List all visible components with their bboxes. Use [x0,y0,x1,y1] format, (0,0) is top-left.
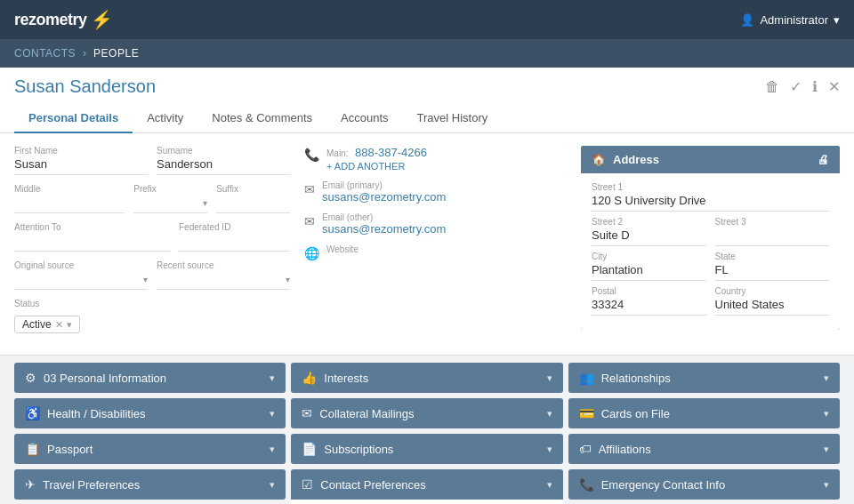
middle-row: Middle Prefix ▾ Suffix [14,184,290,222]
collateral-label: Collateral Mailings [319,407,414,420]
status-chevron[interactable]: ▾ [67,319,72,331]
accordion-affiliations: 🏷 Affiliations ▾ [568,434,840,464]
accordion-interests: 👍 Interests ▾ [291,363,562,393]
email-other-value[interactable]: susans@rezometry.com [322,222,446,236]
tab-travel-history[interactable]: Travel History [403,104,503,133]
email-primary-info: Email (primary) susans@rezometry.com [322,180,446,204]
accordion-health-header[interactable]: ♿ Health / Disabilities ▾ [14,398,286,428]
street3-value[interactable] [715,228,830,246]
breadcrumb-contacts[interactable]: CONTACTS [14,47,76,60]
accordion-collateral-header[interactable]: ✉ Collateral Mailings ▾ [291,398,562,428]
accordion-travel-prefs-header[interactable]: ✈ Travel Preferences ▾ [14,469,286,500]
accordion-emergency: 📞 Emergency Contact Info ▾ [568,469,840,500]
accordion-emergency-header[interactable]: 📞 Emergency Contact Info ▾ [568,469,840,500]
street3-field: Street 3 [715,217,830,246]
personal-info-chevron: ▾ [270,372,275,384]
state-label: State [715,252,830,261]
add-another-button[interactable]: + ADD ANOTHER [326,161,427,172]
user-menu[interactable]: 👤 Administrator ▾ [740,13,840,27]
page-content: Susan Sanderson 🗑 ✓ ℹ ✕ Personal Details… [0,68,854,504]
street3-label: Street 3 [715,217,830,227]
original-source-value[interactable]: ▾ [14,272,148,290]
status-clear[interactable]: ✕ [55,319,63,331]
emergency-label: Emergency Contact Info [601,478,725,492]
status-badge[interactable]: Active ✕ ▾ [14,316,80,333]
accordion-cards-header[interactable]: 💳 Cards on File ▾ [568,398,840,428]
country-field: Country United States [715,286,830,316]
accordion-personal-info-header[interactable]: ⚙ 03 Personal Information ▾ [14,363,286,393]
accordion-health: ♿ Health / Disabilities ▾ [14,398,286,428]
confirm-icon[interactable]: ✓ [790,78,802,95]
website-value[interactable] [326,254,359,268]
info-icon[interactable]: ℹ [812,78,818,95]
top-navigation: rezometry ⚡ 👤 Administrator ▾ [0,0,854,39]
accordion-contact-prefs-header[interactable]: ☑ Contact Preferences ▾ [291,469,562,500]
accordion-col-3: 👥 Relationships ▾ 💳 Cards on File ▾ [568,363,840,504]
travel-prefs-chevron: ▾ [270,479,275,491]
federated-value[interactable] [179,234,290,252]
print-icon[interactable]: 🖨 [818,153,829,166]
postal-field: Postal 33324 [592,286,706,316]
first-name-value[interactable]: Susan [14,157,148,175]
country-value[interactable]: United States [715,298,830,316]
state-value[interactable]: FL [715,263,830,281]
middle-field: Middle [14,184,125,213]
accordion-collateral: ✉ Collateral Mailings ▾ [291,398,562,428]
email-other-icon: ✉ [304,214,315,228]
email-primary-icon: ✉ [304,182,315,196]
suffix-value[interactable] [216,196,290,213]
prefix-field: Prefix ▾ [133,184,207,213]
passport-chevron: ▾ [270,444,275,455]
phone-info: Main: 888-387-4266 + ADD ANOTHER [326,146,427,172]
contact-prefs-icon: ☑ [302,477,313,492]
attention-value[interactable] [14,234,170,252]
prefix-label: Prefix [133,184,207,194]
health-chevron: ▾ [270,408,275,420]
street2-label: Street 2 [592,217,706,227]
accordion-relationships-header[interactable]: 👥 Relationships ▾ [568,363,840,393]
email-primary-value[interactable]: susans@rezometry.com [322,190,446,204]
phone-value[interactable]: 888-387-4266 [355,146,427,159]
street1-value[interactable]: 120 S University Drive [592,194,829,212]
page-header: Susan Sanderson 🗑 ✓ ℹ ✕ Personal Details… [0,68,854,133]
accordion-passport-header[interactable]: 📋 Passport ▾ [14,434,286,464]
status-field: Status Active ✕ ▾ [14,299,290,333]
city-value[interactable]: Plantation [592,263,706,281]
federated-label: Federated ID [179,222,290,232]
middle-value[interactable] [14,196,125,213]
interests-icon: 👍 [302,371,317,385]
accordion-interests-header[interactable]: 👍 Interests ▾ [291,363,562,393]
postal-value[interactable]: 33324 [592,298,706,316]
delete-icon[interactable]: 🗑 [765,79,779,95]
original-source-label: Original source [14,260,148,270]
recent-source-value[interactable]: ▾ [157,272,290,290]
street2-value[interactable]: Suite D [592,228,706,246]
contact-prefs-body: Permit sending Marketing info via postal… [291,500,562,504]
surname-value[interactable]: Sanderson [157,157,290,175]
form-area: First Name Susan Surname Sanderson Middl… [0,133,854,356]
relationships-label: Relationships [601,372,671,385]
street1-label: Street 1 [592,182,829,192]
postal-label: Postal [592,286,706,296]
logo-icon: ⚡ [91,9,113,30]
accordion-relationships: 👥 Relationships ▾ [568,363,840,393]
first-name-field: First Name Susan [14,146,148,175]
passport-label: Passport [47,443,93,456]
form-col-address: 🏠 Address 🖨 Street 1 120 S University Dr… [581,146,840,342]
tab-personal-details[interactable]: Personal Details [14,104,133,133]
status-label: Status [14,299,290,308]
tab-notes-comments[interactable]: Notes & Comments [197,104,326,133]
website-item: 🌐 Website [304,244,567,268]
city-label: City [592,252,706,261]
close-icon[interactable]: ✕ [828,78,840,95]
city-field: City Plantation [592,252,706,281]
tab-accounts[interactable]: Accounts [326,104,402,133]
prefix-value[interactable]: ▾ [133,196,207,213]
affiliations-icon: 🏷 [579,442,592,456]
street1-field: Street 1 120 S University Drive [592,182,829,212]
status-value: Active [22,318,52,331]
tab-activity[interactable]: Activity [133,104,197,133]
accordion-affiliations-header[interactable]: 🏷 Affiliations ▾ [568,434,840,464]
subscriptions-label: Subscriptions [324,443,393,456]
accordion-subscriptions-header[interactable]: 📄 Subscriptions ▾ [291,434,562,464]
